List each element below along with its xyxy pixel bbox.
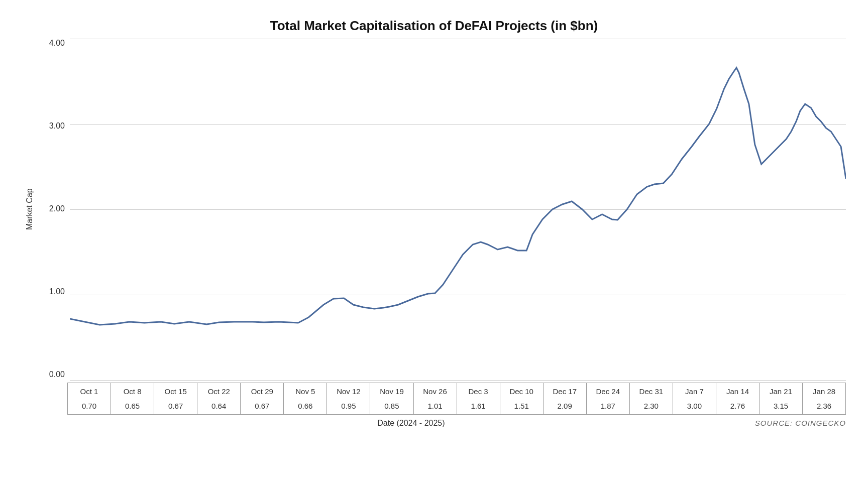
date-oct8: Oct 8	[111, 383, 154, 399]
val-dec10: 1.51	[500, 399, 544, 414]
val-nov12: 0.95	[327, 399, 370, 414]
date-oct22: Oct 22	[197, 383, 241, 399]
grid-line-0	[70, 380, 846, 381]
date-nov26: Nov 26	[414, 383, 457, 399]
y-axis-label: Market Cap	[22, 39, 37, 380]
y-tick-4: 4.00	[49, 39, 65, 48]
market-cap-line	[70, 68, 846, 325]
line-chart-svg	[70, 39, 846, 380]
val-jan21: 3.15	[759, 399, 803, 414]
date-dec10: Dec 10	[500, 383, 544, 399]
date-nov19: Nov 19	[370, 383, 413, 399]
date-dec17: Dec 17	[544, 383, 587, 399]
date-oct15: Oct 15	[154, 383, 197, 399]
value-row: 0.70 0.65 0.67 0.64 0.67 0.66 0.95 0.85 …	[67, 399, 846, 415]
val-oct8: 0.65	[111, 399, 154, 414]
val-jan7: 3.00	[673, 399, 716, 414]
date-jan28: Jan 28	[803, 383, 846, 399]
date-row: Oct 1 Oct 8 Oct 15 Oct 22 Oct 29 Nov 5 N…	[67, 383, 846, 399]
date-jan21: Jan 21	[759, 383, 803, 399]
chart-container: Total Market Capitalisation of DeFAI Pro…	[12, 8, 856, 480]
source-label: SOURCE: COINGECKO	[755, 419, 846, 428]
val-dec24: 1.87	[587, 399, 630, 414]
date-jan7: Jan 7	[673, 383, 716, 399]
date-nov12: Nov 12	[327, 383, 370, 399]
y-axis: 4.00 3.00 2.00 1.00 0.00	[40, 39, 70, 380]
val-oct1: 0.70	[68, 399, 111, 414]
footer-row: Date (2024 - 2025) SOURCE: COINGECKO	[22, 419, 846, 428]
val-jan14: 2.76	[716, 399, 759, 414]
y-tick-3: 3.00	[49, 121, 65, 131]
val-nov26: 1.01	[414, 399, 457, 414]
chart-area: Market Cap 4.00 3.00 2.00 1.00 0.00	[22, 39, 846, 380]
val-oct22: 0.64	[197, 399, 241, 414]
plot-area	[70, 39, 846, 380]
chart-inner: 4.00 3.00 2.00 1.00 0.00	[40, 39, 846, 380]
x-axis-label: Date (2024 - 2025)	[67, 419, 755, 428]
date-oct1: Oct 1	[68, 383, 111, 399]
val-oct15: 0.67	[154, 399, 197, 414]
y-tick-0: 0.00	[49, 370, 65, 379]
val-nov5: 0.66	[284, 399, 327, 414]
val-nov19: 0.85	[370, 399, 413, 414]
val-oct29: 0.67	[241, 399, 284, 414]
val-dec17: 2.09	[544, 399, 587, 414]
val-jan28: 2.36	[803, 399, 846, 414]
y-tick-1: 1.00	[49, 287, 65, 296]
val-dec3: 1.61	[457, 399, 500, 414]
y-tick-2: 2.00	[49, 204, 65, 213]
date-nov5: Nov 5	[284, 383, 327, 399]
date-jan14: Jan 14	[716, 383, 759, 399]
date-dec3: Dec 3	[457, 383, 500, 399]
date-dec24: Dec 24	[587, 383, 630, 399]
date-oct29: Oct 29	[241, 383, 284, 399]
bottom-section: Oct 1 Oct 8 Oct 15 Oct 22 Oct 29 Nov 5 N…	[22, 383, 846, 415]
chart-title: Total Market Capitalisation of DeFAI Pro…	[22, 18, 846, 34]
date-dec31: Dec 31	[630, 383, 673, 399]
val-dec31: 2.30	[630, 399, 673, 414]
